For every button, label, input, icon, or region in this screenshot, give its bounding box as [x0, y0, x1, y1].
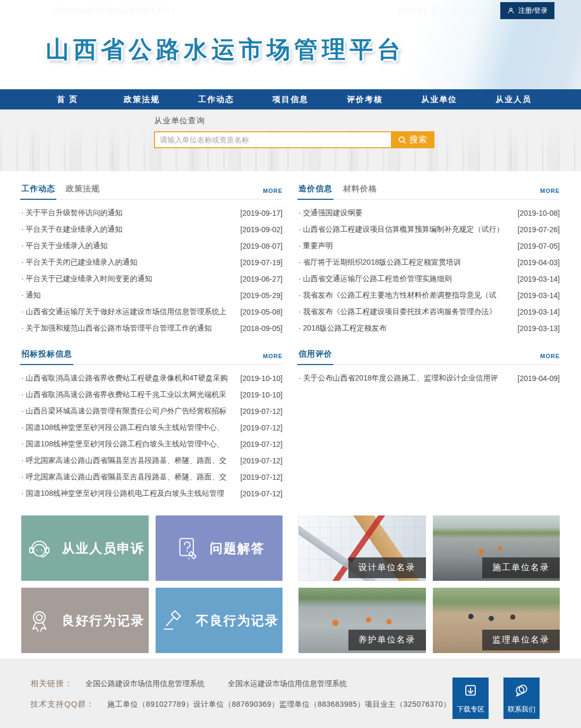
- related-links-label: 相关链接：: [30, 679, 73, 689]
- list-item: 关于平台升级暂停访问的通知[2019-09-17]: [21, 205, 283, 221]
- list-item: 平台关于业绩录入的通知[2019-08-07]: [21, 238, 283, 254]
- list-item: 关于公布山西省2018年度公路施工、监理和设计企业信用评[2019-04-09]: [298, 370, 560, 386]
- national-waterway-credit-link[interactable]: 全国水运建设市场信用信息管理系统: [228, 679, 347, 689]
- gallery-caption: 养护单位名录: [348, 630, 426, 650]
- gallery-caption: 监理单位名录: [482, 630, 560, 650]
- more-link[interactable]: MORE: [263, 353, 283, 359]
- nav-projects[interactable]: 项目信息: [254, 95, 327, 105]
- list-item: 国道108线神堂堡至砂河段公路工程白坡头主线站管理中心、[2019-07-12]: [21, 436, 283, 452]
- qq-groups-text: 施工单位（891027789）设计单位（887690369）监理单位（88368…: [107, 700, 450, 709]
- section-bidding: 招标投标信息 MORE 山西省取消高速公路省界收费站工程硬盘录像机和4T硬盘采购…: [21, 336, 283, 502]
- list-item: 省厅将于近期组织2018版公路工程定额宣贯培训[2019-04-03]: [298, 254, 560, 270]
- list-item: 国道108线神堂堡至砂河段公路工程白坡头主线站管理中心、[2019-07-12]: [21, 419, 283, 436]
- register-login-button[interactable]: 注册/登录: [500, 2, 554, 19]
- list-item: 山西省交通运输厅关于做好水运建设市场信用信息管理系统上[2019-05-08]: [21, 303, 283, 320]
- hero-banner: 欢迎光临山西省公路水运市场管理平台！ 返回主页| 设为主页| 收藏本站 注册/登…: [0, 0, 581, 89]
- gallery-design-units[interactable]: 设计单位名录: [298, 515, 426, 581]
- list-item: 交通强国建设纲要[2019-10-08]: [298, 205, 560, 221]
- section-cost-info: 造价信息 材料价格 MORE 交通强国建设纲要[2019-10-08] 山西省公…: [298, 171, 560, 336]
- topbar: 欢迎光临山西省公路水运市场管理平台！ 返回主页| 设为主页| 收藏本站 注册/登…: [0, 0, 581, 21]
- tile-qa[interactable]: 问题解答: [156, 515, 283, 581]
- tile-good-records[interactable]: 良好行为记录: [21, 588, 149, 653]
- list-item: 平台关于关闭已建业绩录入的通知[2019-07-19]: [21, 254, 283, 270]
- nav-personnel[interactable]: 从业人员: [477, 95, 550, 105]
- person-icon: [507, 7, 515, 14]
- quick-tiles: 从业人员申诉 问题解答 良好行为记录: [21, 515, 283, 653]
- nav-home[interactable]: 首 页: [31, 95, 104, 105]
- chat-bubbles-icon: [513, 683, 530, 700]
- nav-units[interactable]: 从业单位: [403, 95, 476, 105]
- list-item: 山西省交通运输厅公路工程造价管理实施细则[2019-03-14]: [298, 270, 560, 287]
- search-button[interactable]: 搜索: [391, 131, 434, 148]
- list-item: 国道108线神堂堡至砂河段公路机电工程及白坡头主线站管理[2019-07-12]: [21, 485, 283, 502]
- search-label: 从业单位查询: [154, 116, 434, 126]
- search-icon: [398, 136, 407, 145]
- list-item: 呼北国家高速公路山西省隰县至吉县段路基、桥隧、路面、交[2019-07-12]: [21, 469, 283, 485]
- welcome-text: 欢迎光临山西省公路水运市场管理平台！: [53, 6, 177, 15]
- gallery-caption: 设计单位名录: [348, 557, 426, 578]
- gallery-supervision-units[interactable]: 监理单位名录: [433, 588, 560, 653]
- download-icon: [462, 683, 479, 700]
- tab-material-prices[interactable]: 材料价格: [343, 184, 377, 194]
- tab-bidding[interactable]: 招标投标信息: [21, 349, 72, 359]
- tab-policies[interactable]: 政策法规: [66, 184, 100, 194]
- medal-icon: [25, 606, 54, 635]
- list-item: 呼北国家高速公路山西省隰县至吉县段路基、桥隧、路面、交[2019-07-12]: [21, 452, 283, 469]
- nav-evaluation[interactable]: 评价考核: [328, 95, 401, 105]
- nav-work-news[interactable]: 工作动态: [180, 95, 253, 105]
- tile-bad-records[interactable]: 不良行为记录: [156, 588, 283, 653]
- list-item: 山西省公路工程建设项目估算概算预算编制补充规定（试行）[2019-07-26]: [298, 221, 560, 238]
- site-title: 山西省公路水运市场管理平台: [46, 34, 405, 65]
- home-link[interactable]: 返回主页|: [397, 6, 426, 15]
- list-item: 山西省取消高速公路省界收费站工程千兆工业以太网光端机采[2019-10-10]: [21, 386, 283, 403]
- headset-icon: [25, 534, 54, 563]
- section-credit: 信用评价 MORE 关于公布山西省2018年度公路施工、监理和设计企业信用评[2…: [298, 336, 560, 502]
- welcome-area: 欢迎光临山西省公路水运市场管理平台！: [40, 6, 177, 16]
- more-link[interactable]: MORE: [540, 188, 560, 194]
- qq-support-label: 技术支持QQ群：: [30, 699, 95, 709]
- nav-policies[interactable]: 政策法规: [105, 95, 178, 105]
- list-item: 我省发布《公路工程建设项目委托技术咨询服务管理办法》[2019-03-14]: [298, 303, 560, 320]
- list-item: 平台关于已建业绩录入时间变更的通知[2019-06-27]: [21, 270, 283, 287]
- gallery-construction-units[interactable]: 施工单位名录: [433, 515, 560, 581]
- user-icon: [40, 6, 49, 16]
- unit-search-input[interactable]: [154, 131, 391, 148]
- list-item: 山西省取消高速公路省界收费站工程硬盘录像机和4T硬盘采购[2019-10-10]: [21, 370, 283, 386]
- list-item: 山西吕梁环城高速公路管理有限责任公司户外广告经营权招标[2019-07-12]: [21, 403, 283, 419]
- contact-us-button[interactable]: 联系我们: [503, 678, 540, 719]
- set-homepage-link[interactable]: 设为主页|: [431, 6, 460, 15]
- tab-credit[interactable]: 信用评价: [298, 349, 332, 359]
- main-content: 工作动态 政策法规 MORE 关于平台升级暂停访问的通知[2019-09-17]…: [0, 171, 581, 653]
- gavel-icon: [159, 606, 188, 635]
- national-highway-credit-link[interactable]: 全国公路建设市场信用信息管理系统: [86, 679, 204, 689]
- tab-cost-info[interactable]: 造价信息: [298, 184, 332, 194]
- list-item: 关于加强和规范山西省公路市场管理平台管理工作的通知[2018-09-05]: [21, 320, 283, 336]
- list-item: 平台关于在建业绩录入的通知[2019-09-02]: [21, 221, 283, 238]
- directory-gallery: 设计单位名录 施工单位名录 养护单位名录 监理单位名录: [298, 515, 560, 653]
- question-icon: [173, 534, 202, 563]
- tile-personnel-appeal[interactable]: 从业人员申诉: [21, 515, 149, 581]
- main-nav: 首 页 政策法规 工作动态 项目信息 评价考核 从业单位 从业人员: [0, 89, 581, 109]
- footer: 相关链接： 全国公路建设市场信用信息管理系统 全国水运建设市场信用信息管理系统 …: [0, 658, 581, 728]
- download-zone-button[interactable]: 下载专区: [452, 678, 489, 719]
- more-link[interactable]: MORE: [263, 188, 283, 194]
- topbar-links: 返回主页| 设为主页| 收藏本站 注册/登录: [397, 2, 554, 19]
- gallery-maintenance-units[interactable]: 养护单位名录: [298, 588, 426, 653]
- search-band: 从业单位查询 搜索: [0, 109, 581, 171]
- list-item: 2018版公路工程定额发布[2019-03-13]: [298, 320, 560, 336]
- list-item: 通知[2019-05-29]: [21, 287, 283, 303]
- list-item: 我省发布《公路工程主要地方性材料价差调整指导意见（试[2019-03-14]: [298, 287, 560, 303]
- more-link[interactable]: MORE: [540, 353, 560, 359]
- list-item: 重要声明[2019-07-05]: [298, 238, 560, 254]
- gallery-caption: 施工单位名录: [482, 557, 560, 578]
- bookmark-link[interactable]: 收藏本站: [465, 6, 492, 15]
- tab-work-news[interactable]: 工作动态: [21, 184, 55, 194]
- section-work-news: 工作动态 政策法规 MORE 关于平台升级暂停访问的通知[2019-09-17]…: [21, 171, 283, 336]
